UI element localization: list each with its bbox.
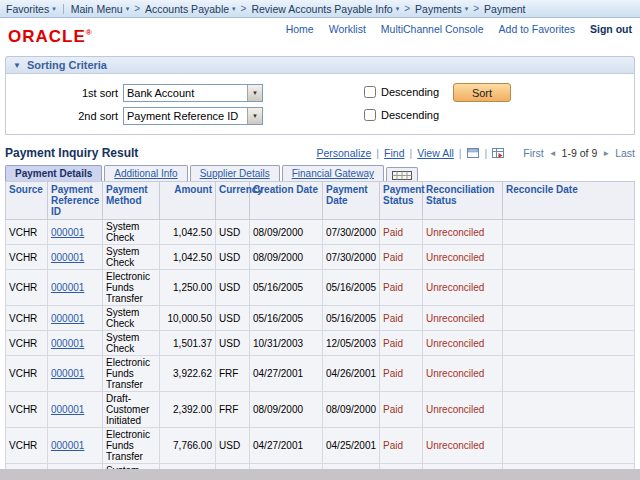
amount-cell: 1,042.50 (160, 245, 216, 270)
first-sort-dropdown[interactable]: Bank Account ▼ (123, 84, 263, 102)
header-payment-date[interactable]: Payment Date (323, 182, 380, 220)
tab-additional-info[interactable]: Additional Info (104, 165, 187, 181)
header-payment-status[interactable]: Payment Status (380, 182, 423, 220)
creation-date-cell: 04/27/2001 (250, 428, 323, 464)
reconcile-date-cell (503, 245, 635, 270)
header-currency[interactable]: Currency (216, 182, 250, 220)
descending-label: Descending (381, 109, 439, 121)
divider (63, 4, 64, 14)
creation-date-cell: 08/09/2000 (250, 392, 323, 428)
crumb-label: Payment (484, 3, 525, 15)
payment-reference-link[interactable]: 000001 (48, 356, 103, 392)
collapse-triangle-icon[interactable]: ▼ (13, 61, 21, 70)
add-to-favorites-link[interactable]: Add to Favorites (499, 23, 575, 35)
dropdown-arrow-icon[interactable]: ▼ (247, 108, 262, 124)
main-menu[interactable]: Main Menu ▾ (71, 3, 129, 15)
download-grid-icon[interactable] (492, 147, 505, 159)
table-row: VCHR 000001 System Check 1,042.50 USD 08… (6, 220, 635, 245)
payment-status-cell: Paid (380, 331, 423, 356)
currency-cell: FRF (216, 356, 250, 392)
first-sort-label: 1st sort (6, 87, 118, 99)
find-link[interactable]: Find (384, 147, 404, 159)
reconcile-date-cell (503, 306, 635, 331)
creation-date-cell: 08/09/2000 (250, 245, 323, 270)
payment-reference-link[interactable]: 000001 (48, 220, 103, 245)
favorites-menu[interactable]: Favorites ▾ (6, 3, 56, 15)
next-page-icon[interactable]: ► (602, 149, 610, 158)
payment-method-cell: System Check (103, 220, 160, 245)
sign-out-link[interactable]: Sign out (590, 23, 632, 35)
tab-payment-details[interactable]: Payment Details (5, 165, 102, 181)
header-source[interactable]: Source (6, 182, 48, 220)
currency-cell: USD (216, 331, 250, 356)
chevron-down-icon: ▾ (396, 5, 400, 13)
sort-button[interactable]: Sort (453, 83, 511, 102)
descending-label: Descending (381, 86, 439, 98)
amount-cell: 2,392.00 (160, 392, 216, 428)
payment-reference-link[interactable]: 000001 (48, 428, 103, 464)
reconcile-date-cell (503, 356, 635, 392)
amount-cell: 7,766.00 (160, 428, 216, 464)
header-payment-reference-id[interactable]: Payment Reference ID (48, 182, 103, 220)
home-link[interactable]: Home (286, 23, 314, 35)
payment-method-cell: System Check (103, 331, 160, 356)
utility-links: Home Worklist MultiChannel Console Add t… (286, 23, 632, 35)
dropdown-arrow-icon[interactable]: ▼ (247, 85, 262, 101)
payment-inquiry-table: Source Payment Reference ID Payment Meth… (5, 181, 635, 469)
source-cell: VCHR (6, 428, 48, 464)
header-reconcile-date[interactable]: Reconcile Date (503, 182, 635, 220)
breadcrumb-accounts-payable[interactable]: Accounts Payable ▾ (145, 3, 236, 15)
table-row: VCHR 000001 Electronic Funds Transfer 7,… (6, 428, 635, 464)
header-creation-date[interactable]: Creation Date (250, 182, 323, 220)
payment-reference-link[interactable]: 000001 (48, 464, 103, 470)
payment-table-body: VCHR 000001 System Check 1,042.50 USD 08… (6, 220, 635, 470)
payment-reference-link[interactable]: 000001 (48, 306, 103, 331)
tab-financial-gateway[interactable]: Financial Gateway (282, 165, 384, 181)
payment-method-cell: Electronic Funds Transfer (103, 356, 160, 392)
multichannel-console-link[interactable]: MultiChannel Console (381, 23, 484, 35)
reconcile-date-cell (503, 220, 635, 245)
first-descending-checkbox[interactable] (364, 86, 376, 98)
results-title: Payment Inquiry Result (5, 146, 138, 160)
top-bar: ORACLE® Home Worklist MultiChannel Conso… (0, 18, 640, 52)
payment-reference-link[interactable]: 000001 (48, 392, 103, 428)
source-cell: VCHR (6, 306, 48, 331)
payment-reference-link[interactable]: 000001 (48, 331, 103, 356)
worklist-link[interactable]: Worklist (329, 23, 366, 35)
amount-cell: 1,250.00 (160, 270, 216, 306)
currency-cell: USD (216, 245, 250, 270)
view-all-link[interactable]: View All (417, 147, 454, 159)
last-page-link[interactable]: Last (615, 147, 635, 159)
breadcrumb-review-ap-info[interactable]: Review Accounts Payable Info ▾ (251, 3, 399, 15)
second-sort-dropdown[interactable]: Payment Reference ID ▼ (123, 107, 263, 125)
second-descending-option: Descending (364, 109, 439, 121)
currency-cell: USD (216, 220, 250, 245)
header-payment-method[interactable]: Payment Method (103, 182, 160, 220)
second-descending-checkbox[interactable] (364, 109, 376, 121)
payment-method-cell: System Check (103, 245, 160, 270)
zoom-grid-icon[interactable] (467, 147, 480, 159)
table-row: VCHR 000001 System Check 10,000.50 USD 0… (6, 306, 635, 331)
main-menu-label: Main Menu (71, 3, 123, 15)
creation-date-cell: 08/09/2000 (250, 220, 323, 245)
sorting-criteria-title: Sorting Criteria (27, 59, 107, 71)
tab-supplier-details[interactable]: Supplier Details (190, 165, 280, 181)
personalize-link[interactable]: Personalize (316, 147, 371, 159)
payment-reference-link[interactable]: 000001 (48, 245, 103, 270)
breadcrumb-separator: > (404, 3, 410, 14)
header-reconciliation-status[interactable]: Reconciliation Status (423, 182, 503, 220)
header-amount[interactable]: Amount (160, 182, 216, 220)
first-page-link[interactable]: First (523, 147, 543, 159)
show-all-columns-tab[interactable] (386, 167, 418, 181)
reconciliation-status-cell: Unreconciled (423, 331, 503, 356)
reconcile-date-cell (503, 270, 635, 306)
show-all-columns-icon (392, 171, 412, 180)
sorting-criteria-header[interactable]: ▼ Sorting Criteria (5, 56, 635, 73)
breadcrumb-payments[interactable]: Payments ▾ (415, 3, 468, 15)
payment-reference-link[interactable]: 000001 (48, 270, 103, 306)
payment-status-cell: Paid (380, 392, 423, 428)
reconcile-date-cell (503, 464, 635, 470)
reconciliation-status-cell: Unreconciled (423, 220, 503, 245)
reconciliation-status-cell: Unreconciled (423, 270, 503, 306)
previous-page-icon[interactable]: ◄ (549, 149, 557, 158)
